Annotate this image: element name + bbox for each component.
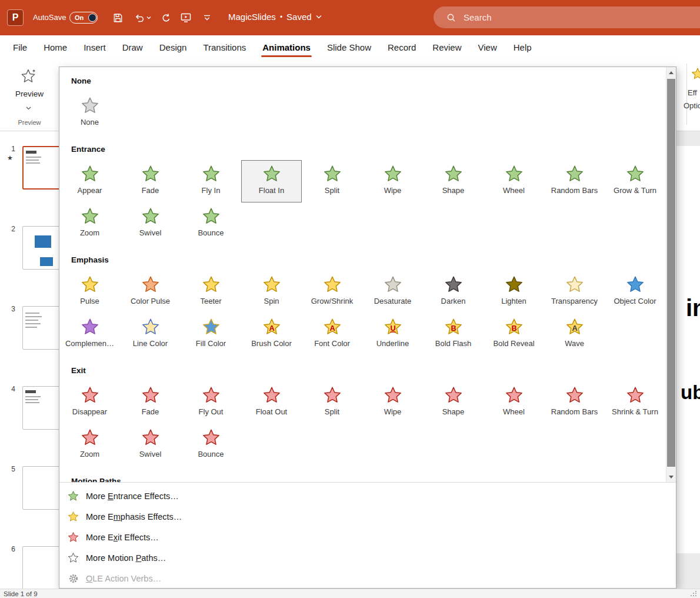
animation-label: Wheel [503, 407, 525, 416]
animation-fade-exit[interactable]: Fade [120, 381, 181, 424]
animation-bold-flash-emphasis[interactable]: BBold Flash [423, 313, 484, 356]
animation-object-color-emphasis[interactable]: Object Color [605, 271, 665, 313]
gallery-scrollbar[interactable] [666, 67, 676, 482]
animation-zoom-entrance[interactable]: Zoom [59, 202, 120, 245]
animation-split-exit[interactable]: Split [302, 381, 362, 424]
slide-thumbnail-3[interactable]: 3 [0, 305, 65, 381]
effect-options-label-line2[interactable]: Optio [684, 101, 700, 110]
menu-item-more-emphasis-effects[interactable]: More Emphasis Effects… [59, 506, 676, 527]
animation-bold-reveal-emphasis[interactable]: BBold Reveal [484, 313, 544, 356]
star-icon [444, 275, 464, 295]
animation-brush-color-emphasis[interactable]: ABrush Color [241, 313, 302, 356]
tab-review[interactable]: Review [424, 35, 469, 59]
animation-spin-emphasis[interactable]: Spin [241, 271, 302, 313]
tab-home[interactable]: Home [35, 35, 75, 59]
animation-fade-entrance[interactable]: Fade [120, 160, 181, 202]
animation-wheel-entrance[interactable]: Wheel [484, 160, 544, 202]
slide-thumbnail-5[interactable]: 5 [0, 465, 65, 541]
start-slideshow-icon[interactable] [180, 12, 192, 24]
undo-dropdown-chevron-icon[interactable] [146, 15, 152, 20]
customize-toolbar-icon[interactable] [201, 12, 213, 24]
tab-help[interactable]: Help [505, 35, 540, 59]
tab-draw[interactable]: Draw [114, 35, 151, 59]
animation-label: Wipe [384, 407, 402, 416]
tab-insert[interactable]: Insert [75, 35, 114, 59]
tab-file[interactable]: File [5, 35, 35, 59]
slide-thumbnail-4[interactable]: 4 [0, 385, 65, 461]
animation-wipe-exit[interactable]: Wipe [362, 381, 423, 424]
animation-bounce-exit[interactable]: Bounce [181, 424, 241, 466]
animation-appear-entrance[interactable]: Appear [59, 160, 120, 202]
animations-gallery-dropdown: NoneNoneEntranceAppearFadeFly InFloat In… [59, 67, 676, 589]
animation-shrink-turn-exit[interactable]: Shrink & Turn [605, 381, 665, 424]
animation-shape-exit[interactable]: Shape [423, 381, 484, 424]
autosave-toggle[interactable]: On [69, 12, 98, 24]
preview-chevron-icon[interactable] [26, 102, 31, 112]
menu-item-more-motion-paths[interactable]: More Motion Paths… [59, 547, 676, 568]
animation-grow-shrink-emphasis[interactable]: Grow/Shrink [302, 271, 362, 313]
star-icon [141, 165, 161, 185]
animation-pulse-emphasis[interactable]: Pulse [59, 271, 120, 313]
animation-float-in-entrance[interactable]: Float In [241, 160, 302, 202]
menu-item-more-entrance-effects[interactable]: More Entrance Effects… [59, 486, 676, 506]
slide-thumbnail-2[interactable]: 2 [0, 225, 65, 301]
animation-lighten-emphasis[interactable]: Lighten [484, 271, 544, 313]
animation-swivel-entrance[interactable]: Swivel [120, 202, 181, 245]
animation-zoom-exit[interactable]: Zoom [59, 424, 120, 466]
animation-fill-color-emphasis[interactable]: Fill Color [181, 313, 241, 356]
tab-view[interactable]: View [470, 35, 505, 59]
section-header-none: None [71, 75, 666, 87]
powerpoint-logo-icon[interactable]: P [7, 9, 24, 26]
undo-icon[interactable] [133, 12, 145, 24]
animation-color-pulse-emphasis[interactable]: Color Pulse [120, 271, 181, 313]
search-bar[interactable]: Search [434, 6, 700, 28]
slide-thumbnail-1[interactable]: 1★ [0, 145, 65, 221]
tab-design[interactable]: Design [151, 35, 195, 59]
preview-star-icon[interactable] [20, 68, 36, 86]
menu-item-more-exit-effects[interactable]: More Exit Effects… [59, 527, 676, 547]
tab-slide-show[interactable]: Slide Show [319, 35, 379, 59]
scroll-down-button[interactable] [666, 471, 676, 482]
animation-bounce-entrance[interactable]: Bounce [181, 202, 241, 245]
animation-wipe-entrance[interactable]: Wipe [362, 160, 423, 202]
animation-split-entrance[interactable]: Split [302, 160, 362, 202]
animation-grow-turn-entrance[interactable]: Grow & Turn [605, 160, 665, 202]
animation-font-color-emphasis[interactable]: AFont Color [302, 313, 362, 356]
scrollbar-thumb[interactable] [667, 79, 675, 467]
animation-fly-in-entrance[interactable]: Fly In [181, 160, 241, 202]
scroll-up-button[interactable] [666, 67, 676, 78]
star-icon [322, 386, 342, 406]
animation-shape-entrance[interactable]: Shape [423, 160, 484, 202]
animation-teeter-emphasis[interactable]: Teeter [181, 271, 241, 313]
effect-options-icon[interactable] [691, 67, 700, 82]
gallery-section-emphasis: EmphasisPulseColor PulseTeeterSpinGrow/S… [59, 254, 666, 356]
animation-transparency-emphasis[interactable]: Transparency [544, 271, 605, 313]
star-icon-motion [67, 552, 79, 564]
animation-disappear-exit[interactable]: Disappear [59, 381, 120, 424]
redo-icon[interactable] [160, 12, 172, 24]
tab-record[interactable]: Record [379, 35, 424, 59]
animation-random-bars-exit[interactable]: Random Bars [544, 381, 605, 424]
document-title[interactable]: MagicSlides • Saved [228, 12, 322, 22]
animation-label: Desaturate [374, 297, 412, 305]
animation-complemen-emphasis[interactable]: Complemen… [59, 313, 120, 356]
save-icon[interactable] [112, 12, 124, 24]
tab-animations[interactable]: Animations [254, 35, 319, 59]
tab-transitions[interactable]: Transitions [195, 35, 254, 59]
animation-underline-emphasis[interactable]: UUnderline [362, 313, 423, 356]
animation-desaturate-emphasis[interactable]: Desaturate [362, 271, 423, 313]
animation-float-out-exit[interactable]: Float Out [241, 381, 302, 424]
star-icon [322, 165, 342, 185]
animation-fly-out-exit[interactable]: Fly Out [181, 381, 241, 424]
animation-darken-emphasis[interactable]: Darken [423, 271, 484, 313]
animation-none-none[interactable]: None [59, 92, 120, 134]
animation-swivel-exit[interactable]: Swivel [120, 424, 181, 466]
animation-random-bars-entrance[interactable]: Random Bars [544, 160, 605, 202]
resize-grip-icon[interactable] [690, 591, 696, 597]
animation-wheel-exit[interactable]: Wheel [484, 381, 544, 424]
animation-wave-emphasis[interactable]: AWave [544, 313, 605, 356]
effect-options-label-line1[interactable]: Eff [688, 88, 697, 97]
preview-button[interactable]: Preview [0, 89, 59, 98]
animation-line-color-emphasis[interactable]: Line Color [120, 313, 181, 356]
star-icon-exit [67, 531, 79, 543]
